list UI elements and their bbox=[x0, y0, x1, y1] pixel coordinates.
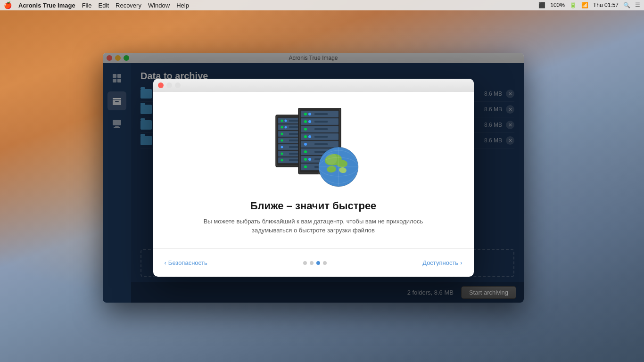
chevron-right-icon: › bbox=[460, 259, 462, 266]
svg-point-38 bbox=[304, 113, 307, 115]
svg-rect-22 bbox=[289, 133, 298, 135]
battery-icon: 🔋 bbox=[570, 2, 577, 8]
svg-point-59 bbox=[304, 158, 307, 161]
modal-dialog: A bbox=[153, 79, 474, 277]
dot-4 bbox=[323, 261, 327, 265]
menubar-right: ⬛ 100% 🔋 📶 Thu 01:57 🔍 ☰ bbox=[538, 2, 640, 8]
svg-point-27 bbox=[281, 146, 283, 148]
svg-point-60 bbox=[308, 158, 311, 161]
svg-rect-34 bbox=[289, 159, 298, 161]
svg-rect-47 bbox=[314, 128, 328, 130]
svg-rect-19 bbox=[289, 126, 298, 128]
dot-2 bbox=[310, 261, 314, 265]
svg-point-42 bbox=[304, 120, 307, 123]
modal-minimize-button bbox=[166, 82, 172, 88]
modal-illustration: A bbox=[266, 106, 361, 190]
svg-rect-51 bbox=[314, 136, 328, 138]
battery-percent: 100% bbox=[550, 2, 565, 8]
svg-point-75 bbox=[326, 153, 337, 165]
svg-rect-25 bbox=[289, 140, 298, 141]
svg-point-39 bbox=[308, 113, 311, 115]
menubar-left: 🍎 Acronis True Image File Edit Recovery … bbox=[4, 1, 189, 9]
svg-point-30 bbox=[281, 152, 283, 155]
list-icon[interactable]: ☰ bbox=[635, 2, 640, 8]
svg-point-46 bbox=[304, 128, 307, 131]
menubar-app-name[interactable]: Acronis True Image bbox=[18, 2, 75, 9]
modal-overlay: A bbox=[103, 53, 524, 303]
modal-maximize-button bbox=[175, 82, 181, 88]
menubar-window[interactable]: Window bbox=[148, 2, 170, 9]
chevron-left-icon: ‹ bbox=[165, 259, 166, 266]
apple-logo[interactable]: 🍎 bbox=[4, 1, 12, 9]
svg-point-33 bbox=[281, 159, 283, 161]
modal-description: Вы можете выбрать ближайший к вам датаце… bbox=[200, 217, 427, 235]
modal-heading: Ближе – значит быстрее bbox=[250, 200, 377, 212]
svg-point-56 bbox=[304, 150, 307, 153]
dot-1 bbox=[303, 261, 307, 265]
modal-close-button[interactable] bbox=[158, 82, 164, 88]
svg-point-63 bbox=[304, 165, 307, 168]
svg-point-18 bbox=[284, 126, 287, 128]
svg-point-13 bbox=[281, 119, 283, 122]
menubar-help[interactable]: Help bbox=[176, 2, 189, 9]
menubar-edit[interactable]: Edit bbox=[99, 2, 109, 9]
svg-point-17 bbox=[281, 126, 283, 128]
svg-point-24 bbox=[281, 139, 283, 141]
svg-point-53 bbox=[304, 143, 307, 146]
modal-body: A bbox=[153, 92, 474, 248]
clock: Thu 01:57 bbox=[593, 2, 619, 8]
svg-point-50 bbox=[308, 135, 311, 138]
wifi-icon: 📶 bbox=[581, 2, 588, 8]
svg-rect-54 bbox=[314, 143, 328, 145]
svg-rect-40 bbox=[314, 113, 328, 115]
app-window: Acronis True Image bbox=[103, 53, 524, 303]
dot-indicators bbox=[303, 261, 327, 265]
nav-forward-link[interactable]: Доступность › bbox=[422, 259, 462, 266]
nav-back-link[interactable]: ‹ Безопасность bbox=[165, 259, 207, 266]
svg-point-49 bbox=[304, 135, 307, 138]
svg-rect-28 bbox=[289, 146, 298, 148]
menubar-file[interactable]: File bbox=[82, 2, 92, 9]
svg-rect-31 bbox=[289, 153, 298, 155]
svg-point-21 bbox=[281, 132, 283, 135]
server-illustration: A bbox=[262, 108, 365, 188]
svg-point-14 bbox=[284, 119, 287, 122]
modal-titlebar bbox=[153, 79, 474, 92]
svg-rect-44 bbox=[314, 121, 328, 123]
menubar: 🍎 Acronis True Image File Edit Recovery … bbox=[0, 0, 644, 10]
svg-rect-15 bbox=[289, 120, 298, 122]
dot-3 bbox=[316, 261, 320, 265]
modal-footer: ‹ Безопасность Доступность › bbox=[153, 248, 474, 277]
svg-point-43 bbox=[308, 120, 311, 123]
search-icon[interactable]: 🔍 bbox=[623, 2, 630, 8]
menubar-recovery[interactable]: Recovery bbox=[116, 2, 141, 9]
screen-icon: ⬛ bbox=[538, 2, 545, 8]
